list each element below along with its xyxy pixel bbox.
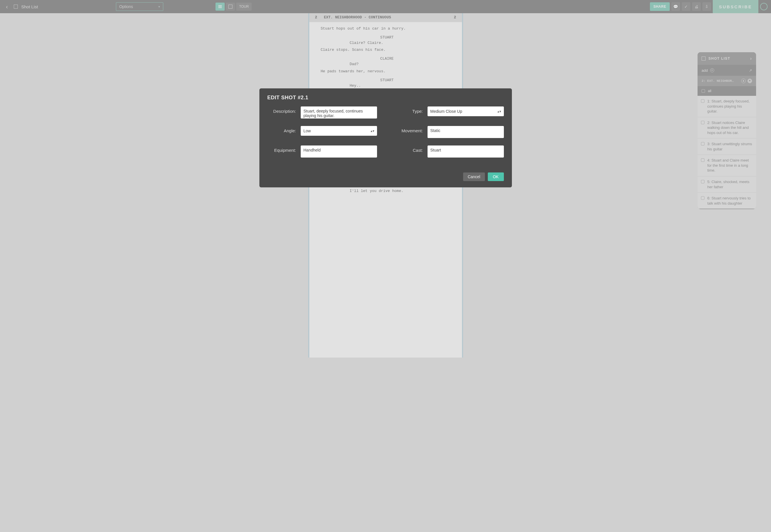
- label-angle: Angle:: [267, 126, 296, 133]
- edit-shot-modal: EDIT SHOT #2.1 Description: Type: Medium…: [259, 88, 512, 187]
- modal-footer: Cancel OK: [267, 172, 504, 181]
- angle-select[interactable]: Low ▲▼: [301, 126, 377, 136]
- label-movement: Movement:: [394, 126, 423, 133]
- row-equipment: Equipment:: [267, 145, 377, 159]
- row-cast: Cast:: [394, 145, 504, 159]
- row-angle: Angle: Low ▲▼: [267, 126, 377, 139]
- label-equipment: Equipment:: [267, 145, 296, 153]
- modal-title: EDIT SHOT #2.1: [267, 95, 504, 101]
- label-description: Description:: [267, 106, 296, 114]
- row-description: Description:: [267, 106, 377, 120]
- ok-button[interactable]: OK: [488, 172, 504, 181]
- type-value: Medium Close Up: [430, 109, 462, 114]
- modal-overlay[interactable]: [0, 0, 771, 532]
- equipment-input[interactable]: [301, 145, 377, 158]
- type-select[interactable]: Medium Close Up ▲▼: [428, 106, 504, 116]
- cast-input[interactable]: [428, 145, 504, 158]
- select-caret-icon: ▲▼: [370, 129, 374, 133]
- description-input[interactable]: [301, 106, 377, 119]
- cancel-button[interactable]: Cancel: [463, 172, 485, 181]
- modal-form: Description: Type: Medium Close Up ▲▼ An…: [267, 106, 504, 159]
- label-type: Type:: [394, 106, 423, 114]
- row-movement: Movement:: [394, 126, 504, 139]
- movement-input[interactable]: [428, 126, 504, 138]
- row-type: Type: Medium Close Up ▲▼: [394, 106, 504, 120]
- angle-value: Low: [304, 129, 311, 133]
- select-caret-icon: ▲▼: [497, 110, 501, 113]
- label-cast: Cast:: [394, 145, 423, 153]
